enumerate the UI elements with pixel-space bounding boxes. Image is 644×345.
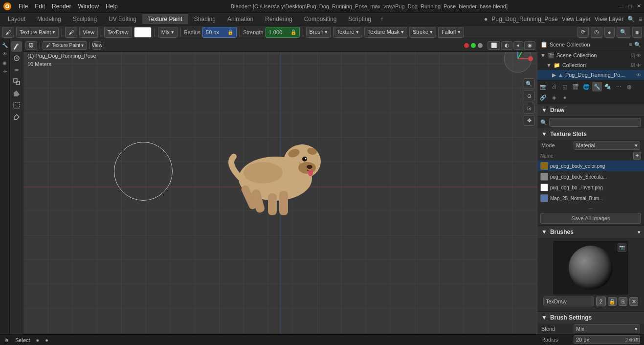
tools-icon[interactable]: 🔧 [1, 41, 9, 49]
search-scene-btn[interactable]: 🔍 [617, 27, 630, 38]
tool-smear[interactable] [11, 65, 22, 75]
tool-mask[interactable] [11, 100, 22, 111]
prop-output[interactable]: 🖨 [549, 82, 559, 92]
slot-row-3[interactable]: Map_25_Normal_Bum... [537, 193, 644, 204]
overlay-btn[interactable]: ◎ [591, 27, 602, 38]
blend-value-btn[interactable]: Mix ▾ [574, 324, 640, 333]
brush-delete-btn[interactable]: ✕ [629, 297, 638, 306]
scene-collection-row[interactable]: ▼ 🎬 Scene Collection ☑ 👁 [537, 50, 644, 60]
menu-window[interactable]: Window [75, 2, 102, 11]
tool-fill[interactable] [11, 88, 22, 99]
view-layer-value[interactable]: View Layer [595, 16, 623, 23]
coll-vis[interactable]: ☑ [631, 63, 635, 68]
blender-logo[interactable] [2, 1, 13, 12]
texture-mask-selector[interactable]: Texture Mask ▾ [364, 27, 407, 38]
vp-texture-paint-mode[interactable]: 🖌 Texture Paint ▾ [43, 41, 87, 50]
radius-input[interactable]: 50 px 🔒 [202, 27, 237, 38]
tab-texture-paint[interactable]: Texture Paint [142, 14, 188, 24]
tab-animation[interactable]: Animation [222, 14, 259, 24]
tab-sculpting[interactable]: Sculpting [67, 14, 103, 24]
zoom-out-btn[interactable]: ⊖ [524, 91, 534, 101]
brush-duplicate-btn[interactable]: ⎘ [619, 297, 627, 306]
tab-uv-editing[interactable]: UV Editing [103, 14, 142, 24]
texture-slots-header[interactable]: ▼ Texture Slots [537, 128, 644, 140]
view-icon[interactable]: 👁 [1, 50, 9, 58]
prop-physics[interactable]: ◍ [624, 82, 634, 92]
wireframe-shading-btn[interactable]: ⬜ [488, 41, 500, 50]
draw-section-header[interactable]: ▼ Draw [537, 104, 644, 116]
brush-name-btn[interactable]: TexDraw [104, 27, 132, 38]
view-btn[interactable]: View [79, 27, 98, 38]
vp-editor-type[interactable]: 🖼 [25, 41, 37, 50]
prop-view-layer[interactable]: ◱ [560, 82, 570, 92]
prop-constraints[interactable]: 🔗 [538, 92, 548, 102]
preview-render-btn[interactable]: 📷 [618, 243, 626, 252]
tool-clone[interactable] [11, 76, 22, 87]
brush-icon-btn[interactable]: 🖌 [65, 27, 77, 38]
menu-help[interactable]: Help [103, 2, 121, 11]
brushes-section-header[interactable]: ▼ Brushes ▾ [537, 226, 644, 238]
obj-eye[interactable]: 👁 [636, 72, 641, 78]
outliner-search-btn[interactable]: 🔍 [634, 42, 641, 48]
prop-render[interactable]: 📷 [538, 82, 548, 92]
prop-particles[interactable]: ⋯ [614, 82, 623, 92]
collection-row[interactable]: ▼ 📁 Collection ☑ 👁 [537, 60, 644, 70]
search-icon[interactable]: 🔍 [627, 16, 635, 23]
viewport-shading-btn[interactable]: ● [604, 27, 615, 38]
coll-eye[interactable]: 👁 [636, 63, 641, 68]
tool-annotate[interactable] [11, 112, 22, 122]
outliner-filter-btn[interactable]: ≡ [629, 42, 632, 48]
add-slot-btn[interactable]: + [633, 152, 641, 160]
tab-modeling[interactable]: Modeling [31, 14, 67, 24]
mode-selector[interactable]: Texture Paint ▾ [16, 27, 59, 38]
slot-row-0[interactable]: pug_dog_body_color.png [537, 161, 644, 171]
prop-data[interactable]: ◈ [549, 92, 559, 102]
tab-compositing[interactable]: Compositing [298, 14, 343, 24]
rendered-shading-btn[interactable]: ◉ [524, 41, 535, 50]
cursor-icon[interactable]: ✛ [1, 68, 9, 75]
scene-coll-vis[interactable]: ☑ [631, 53, 635, 58]
mode-value-btn[interactable]: Material ▾ [574, 141, 640, 150]
zoom-fit-btn[interactable]: ⊡ [524, 103, 534, 114]
gizmo-btn[interactable]: ⟳ [577, 27, 589, 38]
prop-world[interactable]: 🌐 [581, 82, 591, 92]
vp-view-menu[interactable]: View [92, 41, 101, 50]
color-swatch[interactable] [134, 27, 152, 38]
tab-rendering[interactable]: Rendering [259, 14, 298, 24]
prop-material[interactable]: ● [560, 92, 570, 102]
menu-render[interactable]: Render [49, 2, 74, 11]
maximize-btn[interactable]: □ [626, 3, 633, 10]
save-all-images-btn[interactable]: Save All Images [540, 213, 641, 224]
minimize-btn[interactable]: — [618, 3, 624, 10]
close-btn[interactable]: ✕ [635, 3, 642, 10]
falloff-selector[interactable]: Falloff ▾ [438, 27, 464, 38]
menu-file[interactable]: File [16, 2, 31, 11]
add-workspace-tab[interactable]: + [377, 14, 387, 24]
viewport[interactable]: Front Orthographic (1) Pug_Dog_Running_P… [23, 39, 537, 334]
brush-settings-header[interactable]: ▼ Brush Settings [537, 312, 644, 323]
prop-scene[interactable]: 🎬 [571, 82, 580, 92]
object-row[interactable]: ▶ ▲ Pug_Dog_Running_Po... 👁 [537, 70, 644, 80]
snap-icon[interactable]: ◉ [1, 59, 9, 67]
filter-icon[interactable]: ≡ [639, 16, 642, 23]
slot-row-2[interactable]: pug_dog_bo...invert.png [537, 182, 644, 193]
search-input[interactable] [549, 118, 641, 127]
prop-modifier[interactable]: 🔩 [603, 82, 613, 92]
brush-protect-btn[interactable]: 🔒 [608, 297, 617, 306]
brush-selector[interactable]: Brush ▾ [306, 27, 332, 38]
tool-soften[interactable] [11, 53, 22, 64]
tool-draw[interactable] [11, 41, 22, 52]
solid-shading-btn[interactable]: ◐ [501, 41, 512, 50]
stroke-selector[interactable]: Stroke ▾ [409, 27, 436, 38]
engine-label[interactable]: Pug_Dog_Running_Pose [491, 16, 557, 23]
tab-layout[interactable]: Layout [2, 14, 31, 24]
blend-selector[interactable]: Mix ▾ [158, 27, 178, 38]
pan-btn[interactable]: ✥ [524, 115, 534, 126]
slot-row-1[interactable]: pug_dog_body_Specula... [537, 171, 644, 182]
zoom-in-btn[interactable]: 🔍 [524, 78, 534, 89]
material-shading-btn[interactable]: ● [513, 41, 523, 50]
prop-object[interactable]: 🔧 [592, 82, 602, 92]
mode-icon-btn[interactable]: 🖌 [2, 27, 14, 38]
menu-edit[interactable]: Edit [32, 2, 48, 11]
tab-shading[interactable]: Shading [188, 14, 222, 24]
